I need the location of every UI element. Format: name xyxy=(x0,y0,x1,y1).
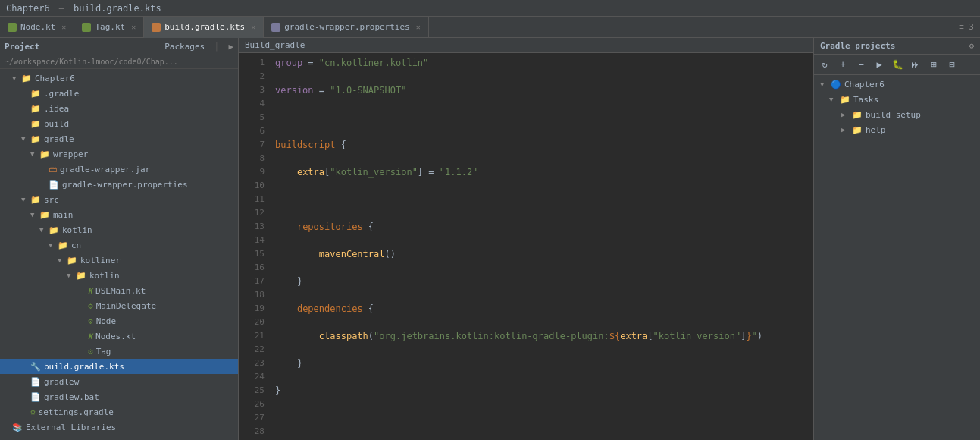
sidebar-packages-tab[interactable]: Packages xyxy=(164,42,205,52)
tree-external-label: External Libraries xyxy=(26,423,116,432)
run-button[interactable]: ▶ xyxy=(872,57,887,72)
tree-src-label: src xyxy=(44,195,59,205)
tree-dotidea[interactable]: 📁 .idea xyxy=(0,101,238,116)
tree-chapter6[interactable]: ▼ 📁 Chapter6 xyxy=(0,71,238,86)
line-numbers: 12345 678910 1112131415 1617181920 21222… xyxy=(239,53,269,440)
skip-button[interactable]: ⏭ xyxy=(908,57,923,72)
tree-gradlew-label: gradlew xyxy=(44,377,79,387)
tree-wrapper-props[interactable]: 📄 gradle-wrapper.properties xyxy=(0,177,238,192)
gradle-tree: ▼ 🔵 Chapter6 ▼ 📁 Tasks ▶ 📁 build setup ▶… xyxy=(814,75,980,440)
tree-build-gradle-label: build.gradle.kts xyxy=(44,362,124,372)
collapse-button[interactable]: ⊟ xyxy=(944,57,960,72)
tree-gradle[interactable]: ▼ 📁 gradle xyxy=(0,131,238,146)
tree-dslmain[interactable]: K DSLMain.kt xyxy=(0,283,238,298)
folder-wrapper-icon: 📁 xyxy=(39,149,50,159)
right-panel-settings[interactable]: ⚙ xyxy=(969,41,974,51)
folder-main-icon: 📁 xyxy=(39,210,50,220)
tree-wrapper-jar[interactable]: 🗃 gradle-wrapper.jar xyxy=(0,162,238,177)
tab-build[interactable]: build.gradle.kts ✕ xyxy=(144,17,264,38)
tree-external[interactable]: 📚 External Libraries xyxy=(0,420,238,435)
title-app: Chapter6 xyxy=(6,3,50,14)
tree-gradlew[interactable]: 📄 gradlew xyxy=(0,374,238,389)
tab-tag-label: Tag.kt xyxy=(95,22,125,32)
tree-kotlin-sub-label: kotlin xyxy=(89,271,120,281)
tree-node[interactable]: ⚙ Node xyxy=(0,313,238,328)
sidebar: Project Packages | ▶ ~/workspace/Kotlin-… xyxy=(0,38,239,440)
folder-kotliner-icon: 📁 xyxy=(67,256,77,266)
sidebar-arrow[interactable]: ▶ xyxy=(228,42,233,52)
tree-nodes-label: Nodes.kt xyxy=(95,332,136,341)
gradle-help-label: help xyxy=(866,125,886,135)
tree-settings[interactable]: ⚙ settings.gradle xyxy=(0,404,238,420)
breadcrumb: ~/workspace/Kotlin-lmooc/code0/Chap... xyxy=(0,55,238,69)
gradle-tree-chapter6[interactable]: ▼ 🔵 Chapter6 xyxy=(814,77,980,92)
tree-kotlin-label: kotlin xyxy=(62,225,92,235)
tree-chapter6-label: Chapter6 xyxy=(35,74,75,83)
gradle-tree-tasks[interactable]: ▼ 📁 Tasks xyxy=(814,92,980,107)
gradle-tree-help[interactable]: ▶ 📁 help xyxy=(814,122,980,137)
tree-tag[interactable]: ⚙ Tag xyxy=(0,344,238,359)
tab-wrapper-label: gradle-wrapper.properties xyxy=(284,22,410,32)
arrow-chapter6: ▼ xyxy=(12,74,21,82)
refresh-button[interactable]: ↻ xyxy=(817,57,832,72)
folder-chapter6-icon: 📁 xyxy=(21,74,32,83)
tree-kotliner[interactable]: ▼ 📁 kotliner xyxy=(0,253,238,268)
file-jar-icon: 🗃 xyxy=(49,165,57,174)
file-maindelegate-icon: ⚙ xyxy=(88,301,93,311)
tab-kt-icon2 xyxy=(82,23,91,32)
tab-gradle-icon xyxy=(152,23,161,32)
tree-gradlew-bat[interactable]: 📄 gradlew.bat xyxy=(0,389,238,404)
gradle-chapter6-label: Chapter6 xyxy=(844,80,885,90)
file-external-icon: 📚 xyxy=(12,423,23,432)
gradle-tree-build-setup[interactable]: ▶ 📁 build setup xyxy=(814,107,980,122)
tree-dslmain-label: DSLMain.kt xyxy=(95,286,146,296)
folder-kotlin-icon: 📁 xyxy=(49,225,59,235)
tree-dotgradle[interactable]: 📁 .gradle xyxy=(0,86,238,101)
tab-build-label: build.gradle.kts xyxy=(164,22,245,32)
tree-wrapper-label: wrapper xyxy=(53,149,88,159)
editor-area: Build_gradle 12345 678910 1112131415 161… xyxy=(239,38,813,440)
tree-main-label: main xyxy=(53,210,74,220)
file-gradlew-bat-icon: 📄 xyxy=(30,392,41,402)
tab-kt-icon xyxy=(8,23,17,32)
tree-maindelegate[interactable]: ⚙ MainDelegate xyxy=(0,298,238,313)
folder-dotgradle-icon: 📁 xyxy=(30,89,41,99)
right-panel-toolbar: ↻ + − ▶ 🐛 ⏭ ⊞ ⊟ xyxy=(814,55,980,75)
tab-node-close[interactable]: ✕ xyxy=(61,23,66,31)
debug-button[interactable]: 🐛 xyxy=(890,57,905,72)
tree-main[interactable]: ▼ 📁 main xyxy=(0,207,238,222)
tree-kotlin[interactable]: ▼ 📁 kotlin xyxy=(0,222,238,237)
tree-wrapper[interactable]: ▼ 📁 wrapper xyxy=(0,146,238,162)
folder-build-icon: 📁 xyxy=(30,119,41,129)
tree-kotlin-sub[interactable]: ▼ 📁 kotlin xyxy=(0,268,238,283)
tree-build[interactable]: 📁 build xyxy=(0,116,238,131)
tab-tag-close[interactable]: ✕ xyxy=(131,23,136,31)
main-layout: Project Packages | ▶ ~/workspace/Kotlin-… xyxy=(0,38,980,440)
tree-nodes[interactable]: K Nodes.kt xyxy=(0,328,238,344)
right-panel: Gradle projects ⚙ ↻ + − ▶ 🐛 ⏭ ⊞ ⊟ ▼ 🔵 Ch… xyxy=(813,38,980,440)
tree-build-label: build xyxy=(44,119,69,129)
tree-settings-label: settings.gradle xyxy=(39,407,114,417)
editor-breadcrumb-label: Build_gradle xyxy=(245,40,305,50)
gradle-build-setup-label: build setup xyxy=(866,110,921,120)
tab-props-icon xyxy=(271,23,280,32)
tree-cn[interactable]: ▼ 📁 cn xyxy=(0,237,238,253)
tab-tag[interactable]: Tag.kt ✕ xyxy=(74,17,144,38)
add-button[interactable]: + xyxy=(835,57,850,72)
tree-kotliner-label: kotliner xyxy=(80,256,121,266)
tree-src[interactable]: ▼ 📁 src xyxy=(0,192,238,207)
code-editor[interactable]: group = "cn.kotliner.kotlin" version = "… xyxy=(269,53,813,440)
tab-wrapper-close[interactable]: ✕ xyxy=(416,23,421,31)
tab-build-close[interactable]: ✕ xyxy=(251,23,255,31)
editor-content[interactable]: 12345 678910 1112131415 1617181920 21222… xyxy=(239,53,813,440)
tree-tag-label: Tag xyxy=(96,347,111,357)
tab-wrapper[interactable]: gradle-wrapper.properties ✕ xyxy=(264,17,429,38)
tab-node[interactable]: Node.kt ✕ xyxy=(0,17,74,38)
remove-button[interactable]: − xyxy=(853,57,869,72)
gradle-build-setup-icon: 📁 xyxy=(852,110,863,120)
expand-button[interactable]: ⊞ xyxy=(926,57,941,72)
tree-maindelegate-label: MainDelegate xyxy=(96,301,156,311)
folder-cn-icon: 📁 xyxy=(58,240,68,250)
tree-build-gradle[interactable]: 🔧 build.gradle.kts xyxy=(0,359,238,374)
tree-cn-label: cn xyxy=(71,240,81,250)
